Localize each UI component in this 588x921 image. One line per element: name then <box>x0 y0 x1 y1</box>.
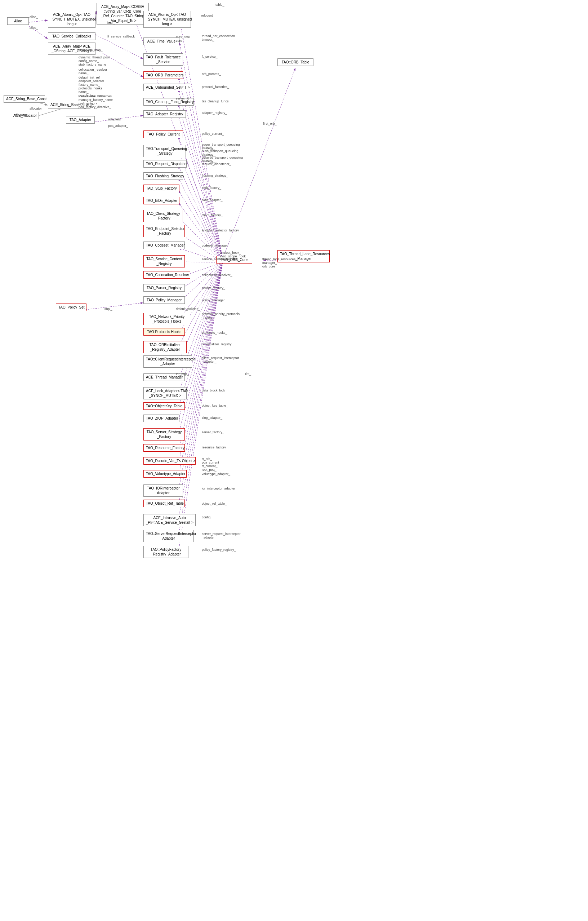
node-ace-string-base-const: ACE_String_Base_Const <box>3 95 45 103</box>
label-collocation-resolver-name: collocation_resolvername_ <box>78 68 107 75</box>
label-first-orb: first_orb_ <box>263 122 277 125</box>
label-server-request-interceptor-adapter: server_request_interceptor_adapter_ <box>202 532 241 539</box>
node-ace-array-map-corba: ACE_Array_Map< CORBA:String_var, ORB_Cor… <box>97 3 149 24</box>
node-tao-adapter-registry: TAO_Adapter_Registry <box>143 110 186 118</box>
label-default-policies: default_policies_ <box>176 307 200 311</box>
label-policy-manager: policy_manager_ <box>202 298 227 302</box>
svg-line-26 <box>178 262 223 477</box>
node-tao-policy-manager: TAO_Policy_Manager <box>143 296 185 304</box>
label-protocol-factories: protocol_factories_ <box>202 85 229 89</box>
label-adapters: adapters_ <box>108 117 122 121</box>
label-endpoint-selector-factory: endpoint_selector_factory_ <box>202 229 241 232</box>
label-refcount: refcount_ <box>201 14 215 17</box>
node-tao-client-strategy-factory: TAO_Client_Strategy_Factory <box>143 210 183 222</box>
node-tao-orb-table: TAO::ORB_Table <box>278 59 313 66</box>
svg-line-34 <box>178 104 223 259</box>
node-ace-atomic-op-ex: ACE_Atomic_Op< TAO_SYNCH_MUTEX, unsigned… <box>48 11 96 28</box>
node-tao-flushing-strategy: TAO_Flushing_Strategy <box>143 172 183 180</box>
node-alloc: Alloc <box>7 17 29 25</box>
label-rt-orb: rt_orb_poa_current_rt_current_root_poa_ <box>202 457 221 472</box>
svg-line-14 <box>178 262 223 303</box>
node-tao-object-ref-table: TAO_Object_Ref_Table <box>143 500 185 507</box>
node-tao-policyfactory-registry-adapter: TAO::PolicyFactory_Registry_Adapter <box>143 546 188 558</box>
label-ior-interceptor-adapter: ior_interceptor_adapter_ <box>202 487 237 490</box>
node-tao-ziop-adapter: TAO_ZIOP_Adapter <box>143 415 179 422</box>
node-tao-collocation-resolver: TAO_Collocation_Resolver <box>143 271 190 279</box>
label-alloc1: alloc_ <box>29 15 38 19</box>
label-policy-factory-registry: policy_factory_registry_ <box>202 548 236 552</box>
node-tao-server-request-interceptor-adapter: TAO::ServerRequestInterceptorAdapter <box>143 530 194 542</box>
label-network-priority-protocols-hooks: network_priority_protocols_hooks_ <box>202 312 240 319</box>
label-thread-per-connection-timeout: thread_per_connectiontimeout_ <box>202 34 235 41</box>
node-tao-client-request-interceptor-adapter: TAO::ClientRequestInterceptor_Adapter <box>143 355 192 368</box>
node-tao-policy-set: TAO_Policy_Set <box>56 304 86 311</box>
label-policy-current: policy_current_ <box>202 132 224 135</box>
label-valuetype-adapter: valuetype_adapter_ <box>202 472 230 476</box>
node-ace-lock-adapter: ACE_Lock_Adapter< TAO_SYNCH_MUTEX > <box>143 387 187 399</box>
label-protocols-hooks: protocols_hooks_ <box>202 331 227 335</box>
label-poa-adapter: poa_adapter_ <box>108 124 128 128</box>
node-tao-ior-interceptor-adapter: TAO_IORInterceptorAdapter <box>143 485 183 497</box>
edges-layer <box>0 0 588 921</box>
label-bidir-adapter: bidir_adapter_ <box>202 198 223 202</box>
node-tao-service-callbacks: TAO_Service_Callbacks <box>48 33 96 40</box>
label-allocator2: allocator_ <box>15 113 28 117</box>
node-tao-service-context-registry: TAO_Service_Context_Registry <box>143 255 185 267</box>
svg-line-47 <box>29 20 48 22</box>
label-flush-transport: flush_transport_queueingstrategy_ <box>202 149 239 156</box>
node-tao-pseudo-var: TAO_Pseudo_Var_T< Object > <box>143 457 196 465</box>
node-tao-codeset-manager: TAO_Codeset_Manager <box>143 241 185 249</box>
svg-line-46 <box>83 303 143 310</box>
node-tao-adapter: TAO_Adapter <box>66 116 95 124</box>
label-server-factory: server_factory_ <box>202 430 224 434</box>
label-object-key-table: object_key_table_ <box>202 404 228 407</box>
label-codeset-manager: codeset_manager_ <box>202 244 229 247</box>
node-tao-bidir-adapter: TAO_BiDir_Adapter <box>143 197 179 204</box>
label-ziop-adapter: ziop_adapter_ <box>202 416 222 420</box>
node-tao-server-strategy-factory: TAO_Server_Strategy_Factory <box>143 428 185 441</box>
label-data-block-lock: data_block_lock_ <box>202 389 227 392</box>
label-request-dispatcher: request_dispatcher_ <box>202 162 231 166</box>
label-adapter-registry: adapter_registry_ <box>202 111 227 115</box>
label-impl-policy: impl_ <box>104 307 112 311</box>
svg-line-7 <box>178 203 223 262</box>
label-flushing-strategy: flushing_strategy_ <box>202 174 228 177</box>
label-orb-params: orb_params_ <box>202 72 221 76</box>
label-dynamic-thread-pool: dynamic_thread_poolconfig_name_stub_fact… <box>78 55 109 66</box>
label-resource-factory: resource_factory_ <box>202 446 228 449</box>
label-collocation-resolver: collocation_resolver_ <box>202 273 232 277</box>
node-tao-objectkey-table: TAO::ObjectKey_Table <box>143 402 185 410</box>
label-impl: impl_ <box>107 21 115 24</box>
label-config: config_ <box>202 516 212 519</box>
node-tao-protocols-hooks: TAO Protocols Hooks <box>143 328 185 335</box>
label-thread-lane-resources-manager-factory-name: thread_lane_resourcesmanager_factory_nam… <box>78 94 113 102</box>
label-max-time-zero: max_timezero <box>176 35 190 42</box>
label-orbinitializer-registry: orbinitializer_registry_ <box>202 342 234 346</box>
label-client-factory: client_factory_ <box>202 213 223 217</box>
label-delayed-transport: delayed_transport_queueingstrategy_ <box>202 156 243 163</box>
svg-line-21 <box>178 262 223 408</box>
label-tim: tim_ <box>245 372 251 376</box>
label-service-context-registry: service_context_registry_ <box>202 257 239 261</box>
label-timeout-hook: timeout_hook_sync_scope_hook_ <box>220 251 247 258</box>
label-parser-registry: parser_registry_ <box>202 286 225 290</box>
label-client-request-interceptor-adapter: client_request_interceptor_adapter_ <box>202 356 239 363</box>
node-tao-policy-current: TAO_Policy_Current <box>143 130 183 138</box>
label-thread-lane-resources-manager-orb-core: thread_lane_resourcesmanager_orb_core_ <box>262 257 296 268</box>
node-ace-unbounded-set: ACE_Unbounded_Set< T > <box>143 84 190 91</box>
node-tao-valuetype-adapter: TAO_Valuetype_Adapter <box>143 470 187 478</box>
node-tao-orbinitializer-registry-adapter: TAO::ORBInitializer_Registry_Adapter <box>143 341 187 353</box>
label-eager-transport: eager_transport_queueingstrategy_ <box>202 143 240 150</box>
label-allocator1: allocator_ <box>29 107 44 110</box>
label-ft-service: ft_service_ <box>202 55 218 59</box>
node-ace-atomic-op-tao: ACE_Atomic_Op< TAO_SYNCH_MUTEX, unsigned… <box>143 11 191 28</box>
diagram-container: Alloc ACE_Atomic_Op< TAO_SYNCH_MUTEX, un… <box>0 0 588 921</box>
label-tss-cleanup-funcs: tss_cleanup_funcs_ <box>202 99 231 103</box>
label-default-init-ref: default_init_ref <box>78 76 100 79</box>
svg-line-27 <box>178 262 223 491</box>
node-tao-fault-tolerance-service: TAO_Fault_Tolerance_Service <box>143 53 183 66</box>
node-tao-stub-factory: TAO_Stub_Factory <box>143 185 179 192</box>
label-pref-network: pref_network_poa_factory_directive_ <box>78 102 111 109</box>
node-tao-orb-parameters: TAO_ORB_Parameters <box>143 72 183 79</box>
node-tao-transport-queueing-strategy: TAO:Transport_Queueing_Strategy <box>143 145 186 157</box>
